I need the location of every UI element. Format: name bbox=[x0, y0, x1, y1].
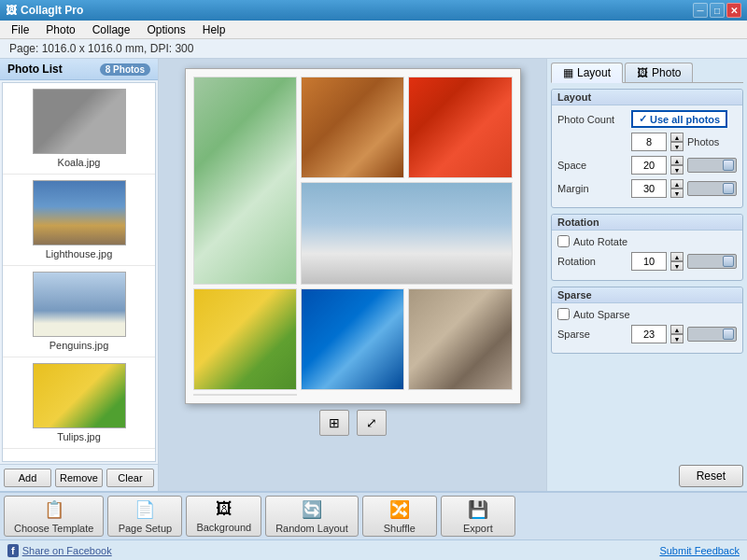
margin-spinner[interactable]: ▲ ▼ bbox=[670, 179, 684, 198]
thumbnail-lighthouse bbox=[33, 180, 126, 245]
app-title: CollagIt Pro bbox=[21, 4, 83, 17]
shuffle-button[interactable]: 🔀 Shuffle bbox=[362, 496, 437, 537]
margin-spin-up[interactable]: ▲ bbox=[670, 179, 684, 189]
space-slider-thumb[interactable] bbox=[723, 160, 734, 171]
random-layout-icon: 🔄 bbox=[302, 499, 322, 520]
layout-tab-icon: ▦ bbox=[563, 66, 573, 79]
sparse-section: Sparse Auto Sparse Sparse ▲ ▼ bbox=[551, 287, 743, 354]
margin-input[interactable] bbox=[631, 179, 667, 198]
tab-photo[interactable]: 🖼 Photo bbox=[625, 63, 693, 82]
collage-photo-penguin[interactable] bbox=[301, 182, 513, 284]
random-layout-button[interactable]: 🔄 Random Layout bbox=[265, 496, 359, 537]
page-setup-label: Page Setup bbox=[119, 523, 173, 534]
rotation-slider[interactable] bbox=[687, 254, 737, 269]
space-slider[interactable] bbox=[687, 158, 737, 173]
sparse-spin-down[interactable]: ▼ bbox=[670, 334, 684, 343]
sparse-spin-up[interactable]: ▲ bbox=[670, 325, 684, 334]
choose-template-button[interactable]: 📋 Choose Template bbox=[4, 496, 104, 537]
background-icon: 🖼 bbox=[216, 499, 233, 519]
menu-options[interactable]: Options bbox=[139, 21, 192, 38]
collage-photo-red-flower[interactable] bbox=[408, 77, 512, 178]
rotation-slider-thumb[interactable] bbox=[723, 256, 734, 267]
title-bar-title: 🖼 CollagIt Pro bbox=[6, 4, 83, 17]
photo-name-koala: Koala.jpg bbox=[58, 157, 101, 168]
space-spin-up[interactable]: ▲ bbox=[670, 156, 684, 165]
rotation-spin-up[interactable]: ▲ bbox=[670, 252, 684, 261]
photo-count-spinner[interactable]: ▲ ▼ bbox=[670, 133, 684, 151]
choose-template-icon: 📋 bbox=[44, 499, 64, 520]
clear-button[interactable]: Clear bbox=[106, 469, 154, 487]
menu-help[interactable]: Help bbox=[195, 21, 233, 38]
rotation-spin-down[interactable]: ▼ bbox=[670, 261, 684, 271]
canvas-area: ⊞ ⤢ bbox=[159, 59, 546, 491]
tab-layout[interactable]: ▦ Layout bbox=[551, 63, 623, 83]
sparse-slider[interactable] bbox=[687, 327, 737, 342]
list-item[interactable]: Penguins.jpg bbox=[3, 266, 155, 357]
margin-slider[interactable] bbox=[687, 181, 737, 196]
rotation-input[interactable] bbox=[631, 252, 667, 271]
auto-rotate-checkbox[interactable] bbox=[557, 235, 570, 247]
space-spin-down[interactable]: ▼ bbox=[670, 165, 684, 175]
fit-button[interactable]: ⊞ bbox=[319, 410, 349, 436]
shuffle-icon: 🔀 bbox=[389, 499, 410, 520]
reset-button[interactable]: Reset bbox=[679, 465, 743, 487]
collage-photo-lighthouse[interactable] bbox=[193, 394, 297, 396]
submit-feedback-link[interactable]: Submit Feedback bbox=[659, 545, 740, 556]
export-button[interactable]: 💾 Export bbox=[441, 496, 515, 537]
thumbnail-penguins bbox=[33, 272, 126, 337]
spin-up[interactable]: ▲ bbox=[670, 133, 684, 142]
sparse-spinner[interactable]: ▲ ▼ bbox=[670, 325, 684, 343]
use-all-photos-checkbox[interactable]: ✓ Use all photos bbox=[631, 110, 727, 128]
page-setup-button[interactable]: 📄 Page Setup bbox=[107, 496, 182, 537]
sparse-section-content: Auto Sparse Sparse ▲ ▼ bbox=[552, 303, 742, 353]
close-button[interactable]: ✕ bbox=[726, 3, 741, 18]
layout-legend: Layout bbox=[552, 90, 742, 105]
shuffle-label: Shuffle bbox=[384, 523, 416, 534]
layout-section-content: Photo Count ✓ Use all photos ▲ ▼ bbox=[552, 105, 742, 207]
rotation-spinner[interactable]: ▲ ▼ bbox=[670, 252, 684, 271]
auto-sparse-label[interactable]: Auto Sparse bbox=[573, 309, 630, 320]
photo-list-panel: Photo List 8 Photos Koala.jpg Lighthouse… bbox=[0, 59, 159, 491]
maximize-button[interactable]: □ bbox=[710, 3, 725, 18]
collage-photo-tulip[interactable] bbox=[193, 288, 297, 390]
work-area: Photo List 8 Photos Koala.jpg Lighthouse… bbox=[0, 59, 747, 491]
margin-spin-down[interactable]: ▼ bbox=[670, 189, 684, 198]
photo-list-scroll[interactable]: Koala.jpg Lighthouse.jpg Penguins.jpg Tu… bbox=[2, 82, 156, 462]
thumbnail-tulips bbox=[33, 363, 126, 428]
margin-slider-thumb[interactable] bbox=[723, 183, 734, 194]
collage-photo-hydrangea[interactable] bbox=[193, 77, 297, 285]
facebook-icon: f bbox=[7, 544, 19, 557]
sparse-legend: Sparse bbox=[552, 287, 742, 303]
collage-photo-desert[interactable] bbox=[301, 77, 404, 178]
auto-sparse-row: Auto Sparse bbox=[557, 308, 737, 320]
panel-title: Photo List bbox=[7, 63, 63, 76]
menu-collage[interactable]: Collage bbox=[85, 21, 138, 38]
sparse-slider-thumb[interactable] bbox=[723, 329, 734, 340]
add-button[interactable]: Add bbox=[4, 469, 51, 487]
rotation-section: Rotation Auto Rotate Rotation ▲ ▼ bbox=[551, 214, 743, 281]
background-button[interactable]: 🖼 Background bbox=[186, 496, 261, 537]
list-item[interactable]: Koala.jpg bbox=[3, 83, 155, 175]
page-setup-icon: 📄 bbox=[134, 499, 155, 520]
menu-photo[interactable]: Photo bbox=[38, 21, 82, 38]
collage-photo-koala[interactable] bbox=[408, 288, 512, 390]
minimize-button[interactable]: ─ bbox=[693, 3, 708, 18]
sparse-input[interactable] bbox=[631, 325, 667, 343]
space-input[interactable] bbox=[631, 156, 667, 175]
bottom-toolbar: 📋 Choose Template 📄 Page Setup 🖼 Backgro… bbox=[0, 491, 747, 539]
auto-sparse-checkbox[interactable] bbox=[557, 308, 570, 320]
title-bar: 🖼 CollagIt Pro ─ □ ✕ bbox=[0, 0, 747, 21]
space-spinner[interactable]: ▲ ▼ bbox=[670, 156, 684, 175]
facebook-share-link[interactable]: f Share on Facebook bbox=[7, 544, 112, 557]
spin-down[interactable]: ▼ bbox=[670, 142, 684, 151]
space-row: Space ▲ ▼ bbox=[557, 156, 737, 175]
expand-button[interactable]: ⤢ bbox=[357, 410, 387, 436]
photo-count-input[interactable] bbox=[631, 133, 667, 151]
list-item[interactable]: Lighthouse.jpg bbox=[3, 175, 155, 266]
collage-photo-jellyfish[interactable] bbox=[301, 288, 404, 390]
export-label: Export bbox=[463, 523, 493, 534]
remove-button[interactable]: Remove bbox=[55, 469, 103, 487]
auto-rotate-label[interactable]: Auto Rotate bbox=[573, 236, 627, 247]
menu-file[interactable]: File bbox=[4, 21, 36, 38]
list-item[interactable]: Tulips.jpg bbox=[3, 357, 155, 449]
